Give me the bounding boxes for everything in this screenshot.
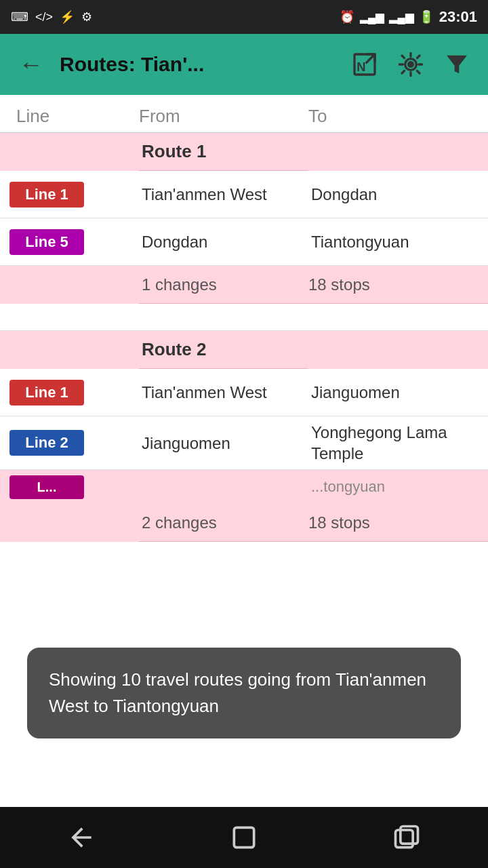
nav-home-icon bbox=[229, 823, 259, 852]
route-2-leg-2-row[interactable]: Line 2 Jianguomen Yonghegong Lama Temple bbox=[0, 416, 488, 470]
route-1-leg-1-badge-cell: Line 1 bbox=[0, 176, 139, 213]
route-2-header-row[interactable]: Route 2 bbox=[0, 331, 488, 369]
route-2-leg-2-to: Yonghegong Lama Temple bbox=[308, 416, 488, 469]
filter-button[interactable] bbox=[439, 47, 474, 82]
route-1-leg-2-badge: Line 5 bbox=[9, 229, 84, 255]
route-1-leg-2-row[interactable]: Line 5 Dongdan Tiantongyuan bbox=[0, 218, 488, 266]
route-2-leg-3-from bbox=[139, 481, 308, 492]
route-2-summary-left bbox=[0, 504, 139, 542]
export-button[interactable]: N bbox=[347, 47, 382, 82]
route-2-header-right bbox=[308, 331, 488, 369]
route-2-leg-1-from: Tian'anmen West bbox=[139, 376, 308, 408]
route-2-header-left bbox=[0, 331, 139, 369]
route-2-header-label: Route 2 bbox=[139, 339, 308, 360]
nav-bar bbox=[0, 807, 488, 868]
nav-back-button[interactable] bbox=[54, 817, 108, 858]
nav-recents-icon bbox=[392, 823, 422, 852]
nav-back-icon bbox=[66, 823, 96, 852]
svg-point-2 bbox=[407, 61, 414, 68]
route-2-stops: 18 stops bbox=[308, 513, 488, 532]
route-1-stops: 18 stops bbox=[308, 275, 488, 294]
filter-icon bbox=[443, 51, 470, 78]
route-2-changes: 2 changes bbox=[139, 513, 308, 532]
route-1-leg-2-from: Dongdan bbox=[139, 226, 308, 258]
code-tag-icon: </> bbox=[35, 10, 53, 24]
toolbar: ← Routes: Tian'... N bbox=[0, 34, 488, 95]
toast-notification: Showing 10 travel routes going from Tian… bbox=[27, 648, 461, 738]
route-2-leg-2-badge-cell: Line 2 bbox=[0, 425, 139, 461]
export-icon: N bbox=[351, 51, 378, 78]
route-1-header-label: Route 1 bbox=[139, 141, 308, 162]
nav-home-button[interactable] bbox=[217, 817, 271, 858]
route-1-changes: 1 changes bbox=[139, 275, 308, 294]
col-to-header: To bbox=[308, 106, 488, 127]
route-1-leg-1-row[interactable]: Line 1 Tian'anmen West Dongdan bbox=[0, 171, 488, 218]
svg-text:N: N bbox=[357, 60, 365, 74]
code-icon: ⌨ bbox=[11, 9, 28, 24]
route-2-leg-3-badge-cell: L... bbox=[0, 473, 139, 502]
col-from-header: From bbox=[139, 106, 308, 127]
toast-message: Showing 10 travel routes going from Tian… bbox=[49, 667, 439, 719]
status-icons-right: ⏰ ▂▄▆ ▂▄▆ 🔋 23:01 bbox=[340, 8, 477, 26]
route-2-leg-2-from: Jianguomen bbox=[139, 427, 308, 459]
route-2-leg-1-badge-cell: Line 1 bbox=[0, 374, 139, 411]
route-1-leg-2-badge-cell: Line 5 bbox=[0, 224, 139, 260]
route-spacer-1 bbox=[0, 311, 488, 331]
status-bar: ⌨ </> ⚡ ⚙ ⏰ ▂▄▆ ▂▄▆ 🔋 23:01 bbox=[0, 0, 488, 34]
toolbar-title: Routes: Tian'... bbox=[60, 53, 336, 76]
route-1-leg-1-from: Tian'anmen West bbox=[139, 178, 308, 210]
route-2-leg-3-badge: L... bbox=[9, 475, 84, 499]
battery-icon: 🔋 bbox=[419, 9, 434, 24]
route-1-header-left bbox=[0, 133, 139, 171]
route-1-section: Route 1 Line 1 Tian'anmen West Dongdan L… bbox=[0, 133, 488, 304]
route-2-leg-3-partial-row: L... ...tongyuan bbox=[0, 470, 488, 504]
route-2-section: Route 2 Line 1 Tian'anmen West Jianguome… bbox=[0, 331, 488, 542]
route-1-header-row[interactable]: Route 1 bbox=[0, 133, 488, 171]
time-display: 23:01 bbox=[439, 8, 477, 26]
signal2-icon: ▂▄▆ bbox=[389, 11, 413, 24]
column-headers: Line From To bbox=[0, 95, 488, 133]
route-2-leg-1-to: Jianguomen bbox=[308, 376, 488, 408]
back-button[interactable]: ← bbox=[14, 45, 49, 84]
col-line-header: Line bbox=[0, 106, 139, 127]
svg-rect-4 bbox=[234, 827, 253, 847]
alarm-icon: ⏰ bbox=[340, 9, 354, 24]
nav-recents-button[interactable] bbox=[380, 817, 434, 858]
android-icon: ⚙ bbox=[81, 9, 92, 24]
status-icons-left: ⌨ </> ⚡ ⚙ bbox=[11, 9, 92, 24]
route-1-summary-left bbox=[0, 266, 139, 304]
route-2-summary-row: 2 changes 18 stops bbox=[0, 504, 488, 542]
route-2-leg-1-row[interactable]: Line 1 Tian'anmen West Jianguomen bbox=[0, 369, 488, 416]
route-1-header-right bbox=[308, 133, 488, 171]
route-1-leg-2-to: Tiantongyuan bbox=[308, 226, 488, 258]
settings-button[interactable] bbox=[393, 47, 428, 82]
route-2-leg-2-badge: Line 2 bbox=[9, 430, 84, 456]
route-1-leg-1-to: Dongdan bbox=[308, 178, 488, 210]
route-1-leg-1-badge: Line 1 bbox=[9, 182, 84, 208]
route-1-summary-row: 1 changes 18 stops bbox=[0, 266, 488, 304]
signal1-icon: ▂▄▆ bbox=[360, 11, 384, 24]
usb-icon: ⚡ bbox=[60, 9, 75, 24]
route-2-leg-3-to: ...tongyuan bbox=[308, 472, 488, 502]
settings-icon bbox=[397, 51, 424, 78]
route-2-leg-1-badge: Line 1 bbox=[9, 380, 84, 406]
